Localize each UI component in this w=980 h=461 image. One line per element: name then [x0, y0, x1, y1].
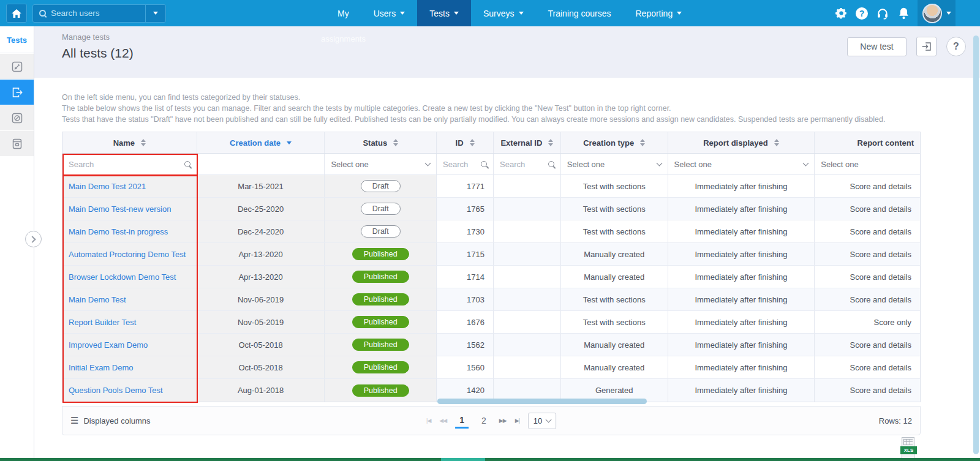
column-header-report-displayed[interactable]: Report displayed — [668, 132, 815, 153]
last-page-button[interactable]: ▶| — [515, 418, 519, 424]
chevron-down-icon — [425, 160, 431, 166]
nav-users[interactable]: Users — [361, 0, 418, 26]
report-content-filter-select[interactable]: Select one — [815, 154, 920, 174]
columns-icon: ☰ — [70, 415, 78, 426]
table-row: Main Demo TestNov-06-2019Published1703Te… — [62, 288, 920, 311]
sidebar-item-archived-tests[interactable] — [0, 131, 34, 156]
sidebar-expand-button[interactable] — [25, 231, 42, 247]
table-row: Browser Lockdown Demo TestApr-13-2020Pub… — [62, 266, 920, 288]
column-header-id[interactable]: ID — [437, 132, 494, 153]
id-cell: 1715 — [437, 243, 494, 265]
top-navigation-bar: Search users My Users Tests Surveys Trai… — [0, 0, 980, 26]
column-header-creation-type[interactable]: Creation type — [561, 132, 668, 153]
ghost-tooltip-label: assignments — [321, 34, 366, 43]
table-row: Initial Exam DemoOct-05-2018Published156… — [62, 356, 920, 379]
report-displayed-value: Immediately after finishing — [695, 272, 787, 282]
description-line: Tests that have the status "Draft" have … — [62, 114, 980, 125]
import-test-button[interactable] — [916, 37, 937, 56]
report-displayed-filter-select[interactable]: Select one — [668, 154, 815, 174]
test-name-link[interactable]: Main Demo Test 2021 — [69, 182, 146, 191]
creation-type-value: Manually created — [584, 340, 644, 350]
name-cell: Improved Exam Demo — [62, 334, 197, 356]
status-badge: Published — [352, 271, 409, 283]
headset-icon — [876, 7, 889, 20]
page-2-button[interactable]: 2 — [477, 414, 491, 427]
test-name-link[interactable]: Main Demo Test-new version — [69, 204, 171, 214]
search-scope-dropdown[interactable] — [146, 5, 165, 22]
horizontal-scrollbar[interactable] — [437, 399, 647, 404]
report-content-value: Score and details — [850, 340, 911, 350]
id-search-input[interactable]: Search — [443, 160, 487, 169]
date-cell: Apr-13-2020 — [197, 243, 325, 265]
page-header: Manage tests All tests (12) assignments … — [34, 26, 980, 78]
page-1-button[interactable]: 1 — [455, 413, 469, 429]
notifications-button[interactable] — [893, 0, 914, 26]
nav-training-courses[interactable]: Training courses — [536, 0, 624, 26]
date-cell: Oct-05-2018 — [197, 356, 325, 378]
report-displayed-value: Immediately after finishing — [695, 340, 787, 350]
home-button[interactable] — [6, 4, 27, 23]
first-page-button[interactable]: |◀ — [426, 418, 431, 424]
table-row: Automated Proctoring Demo TestApr-13-202… — [62, 243, 920, 266]
test-name-link[interactable]: Automated Proctoring Demo Test — [69, 250, 186, 259]
column-header-external-id[interactable]: External ID — [494, 132, 561, 153]
prev-page-button[interactable]: ◀◀ — [439, 418, 447, 424]
test-name-link[interactable]: Report Builder Test — [69, 318, 136, 327]
bell-icon — [898, 7, 910, 20]
column-header-status[interactable]: Status — [325, 132, 437, 153]
external-id-search-input[interactable]: Search — [500, 160, 554, 169]
new-test-button[interactable]: New test — [847, 37, 907, 56]
page-size-select[interactable]: 10 — [528, 413, 556, 429]
report-displayed-cell: Immediately after finishing — [668, 266, 815, 288]
status-badge: Published — [352, 248, 409, 260]
test-name-link[interactable]: Initial Exam Demo — [69, 363, 133, 372]
column-header-report-content[interactable]: Report content — [815, 132, 920, 153]
table-filter-row: Search Select one Search Search — [62, 154, 920, 175]
test-name-link[interactable]: Question Pools Demo Test — [69, 386, 163, 395]
sort-icon — [548, 139, 553, 146]
sidebar-item-suspended-tests[interactable] — [0, 105, 34, 130]
report-displayed-value: Immediately after finishing — [695, 363, 787, 372]
creation-type-cell: Manually created — [561, 334, 668, 356]
settings-button[interactable] — [831, 0, 851, 26]
report-displayed-cell: Immediately after finishing — [668, 175, 815, 197]
displayed-columns-button[interactable]: ☰ Displayed columns — [70, 415, 151, 426]
report-content-value: Score only — [874, 318, 911, 327]
test-name-link[interactable]: Main Demo Test — [69, 295, 126, 304]
status-cell: Published — [325, 379, 437, 402]
name-cell: Main Demo Test-in progress — [62, 220, 197, 242]
name-search-input[interactable]: Search — [69, 160, 190, 169]
next-page-button[interactable]: ▶▶ — [499, 418, 507, 424]
status-badge: Draft — [361, 180, 401, 192]
status-badge: Published — [352, 316, 409, 328]
sidebar-item-published-tests[interactable] — [0, 80, 34, 105]
column-header-creation-date[interactable]: Creation date — [197, 132, 325, 153]
test-name-link[interactable]: Improved Exam Demo — [69, 340, 148, 350]
test-name-link[interactable]: Main Demo Test-in progress — [69, 227, 168, 236]
status-badge: Published — [352, 293, 409, 305]
help-button[interactable]: ? — [851, 0, 872, 26]
nav-tests[interactable]: Tests — [417, 0, 471, 26]
nav-surveys[interactable]: Surveys — [471, 0, 536, 26]
nav-my[interactable]: My — [325, 0, 361, 26]
creation-type-filter-select[interactable]: Select one — [561, 154, 668, 174]
date-value: Aug-01-2018 — [238, 386, 284, 395]
vertical-scrollbar[interactable] — [973, 36, 979, 454]
report-content-cell: Score and details — [815, 288, 920, 310]
main-nav: My Users Tests Surveys Training courses … — [325, 0, 694, 26]
user-search-box[interactable]: Search users — [32, 4, 166, 23]
column-header-name[interactable]: Name — [62, 132, 197, 153]
nav-reporting[interactable]: Reporting — [623, 0, 694, 26]
support-button[interactable] — [872, 0, 893, 26]
page-help-button[interactable]: ? — [946, 37, 966, 56]
test-name-link[interactable]: Browser Lockdown Demo Test — [69, 272, 176, 282]
table-body: Main Demo Test 2021Mar-15-2021Draft1771T… — [62, 175, 920, 402]
id-value: 1676 — [467, 318, 484, 327]
id-value: 1771 — [467, 182, 484, 191]
user-menu[interactable] — [918, 0, 956, 26]
status-filter-select[interactable]: Select one — [325, 154, 437, 174]
sidebar-item-draft-tests[interactable] — [0, 54, 34, 79]
report-displayed-value: Immediately after finishing — [695, 250, 787, 259]
status-cell: Draft — [325, 175, 437, 197]
report-displayed-cell: Immediately after finishing — [668, 334, 815, 356]
